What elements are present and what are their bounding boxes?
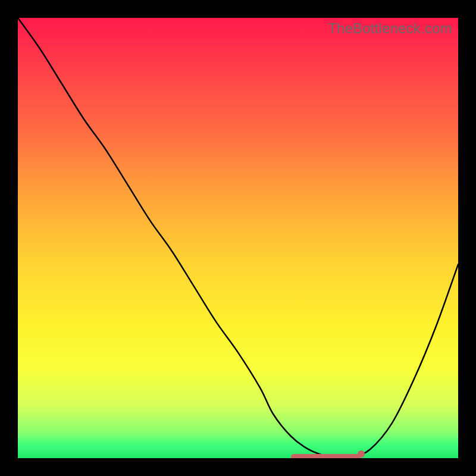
bottleneck-curve [18, 18, 458, 458]
optimal-point-marker [358, 450, 365, 458]
chart-frame: TheBottleneck.com [0, 0, 476, 476]
optimal-range-band [291, 454, 361, 458]
plot-area: TheBottleneck.com [18, 18, 458, 458]
